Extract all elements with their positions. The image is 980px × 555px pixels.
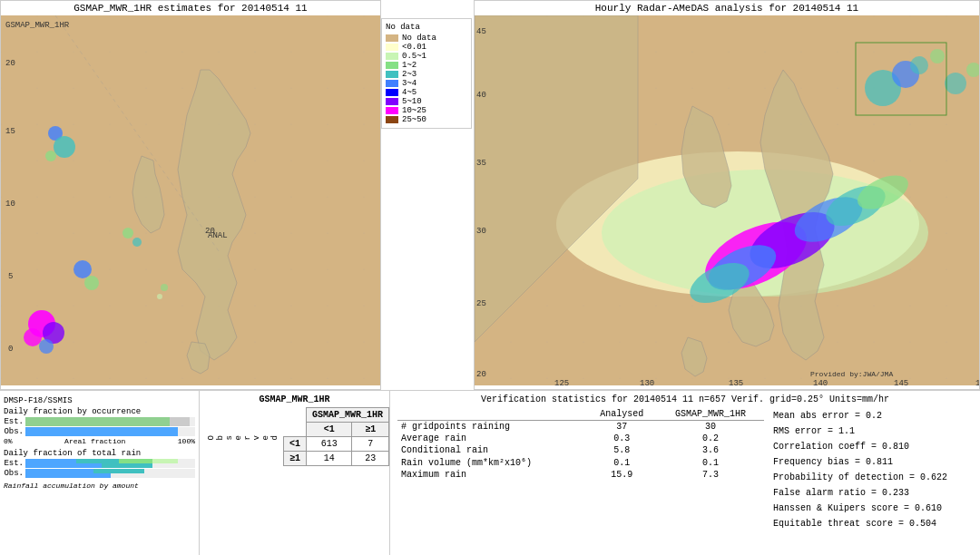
svg-text:Provided by:JWA/JMA: Provided by:JWA/JMA	[810, 370, 893, 378]
stats-val-avgrain-gsmap: 0.2	[657, 433, 764, 444]
hist-obs-label: Obs.	[4, 427, 24, 436]
svg-point-15	[122, 228, 133, 239]
cont-row-ge1: ≥1	[284, 452, 307, 466]
stats-row-gridpoints: # gridpoints raining 37 30	[397, 421, 764, 433]
cont-cell-10: 14	[307, 452, 352, 466]
cont-cell-00: 613	[307, 437, 352, 452]
cont-cell-11: 23	[352, 452, 389, 466]
stats-val-gridpoints-gsmap: 30	[657, 421, 764, 433]
stats-val-gridpoints-analysed: 37	[587, 421, 657, 433]
legend-panel: No data No data <0.01 0.5~1 1~2 2~3 3~4 …	[381, 18, 472, 129]
svg-text:20: 20	[5, 59, 15, 68]
svg-point-41	[910, 56, 928, 74]
hist2-est-bar	[25, 459, 195, 468]
svg-text:140: 140	[813, 379, 828, 385]
stats-val-maxrain-gsmap: 7.3	[657, 469, 764, 481]
stats-label-rainvol: Rain volume (mm*km²x10⁶)	[397, 456, 587, 469]
stats-label-gridpoints: # gridpoints raining	[397, 421, 587, 433]
stats-col-analysed: Analysed	[587, 408, 657, 421]
hist2-obs-label: Obs.	[4, 469, 24, 478]
stat-hanssen-kuipers: Hanssen & Kuipers score = 0.610	[773, 501, 973, 516]
svg-text:145: 145	[894, 379, 908, 385]
left-map-panel: GSMAP_MWR_1HR estimates for 20140514 11	[0, 0, 381, 390]
stats-val-maxrain-analysed: 15.9	[587, 469, 657, 481]
svg-text:15: 15	[975, 379, 979, 385]
hist2-est-label: Est.	[4, 459, 24, 468]
svg-point-18	[157, 294, 162, 299]
cont-table-wrapper: Observed GSMAP_MWR_1HR <1 ≥1 <1 613	[207, 407, 382, 466]
stats-val-avgrain-analysed: 0.3	[587, 433, 657, 444]
svg-text:15: 15	[5, 127, 15, 136]
hist-accumulation-label: Rainfall accumulation by amount	[4, 482, 195, 490]
cont-col-ge1: ≥1	[352, 423, 389, 437]
svg-point-8	[45, 151, 56, 161]
stats-val-condrain-analysed: 5.8	[587, 444, 657, 456]
legend-item-3-4: 3~4	[386, 79, 467, 88]
stats-table: Analysed GSMAP_MWR_1HR # gridpoints rain…	[397, 408, 764, 531]
hist2-obs-bar	[25, 469, 195, 478]
svg-text:45: 45	[476, 27, 486, 36]
stats-val-condrain-gsmap: 3.6	[657, 444, 764, 456]
stats-val-rainvol-analysed: 0.1	[587, 456, 657, 469]
bottom-center-panel: GSMAP_MWR_1HR Observed GSMAP_MWR_1HR <1 …	[200, 391, 390, 555]
svg-text:GSMAP_MWR_1HR: GSMAP_MWR_1HR	[5, 21, 70, 30]
stat-equitable-threat: Equitable threat score = 0.504	[773, 516, 973, 531]
stat-corr-coeff: Correlation coeff = 0.810	[773, 439, 973, 454]
hist-totalrain-title: Daily fraction of total rain	[4, 449, 195, 458]
legend-item-2-3: 2~3	[386, 70, 467, 79]
hist-total-rain: Daily fraction of total rain Est. Obs.	[4, 449, 195, 478]
svg-point-10	[84, 276, 99, 290]
stat-prob-detection: Probability of detection = 0.622	[773, 470, 973, 485]
left-map-svg: 20 15 10 5 0 20 ANAL GSMAP_MWR_1HR	[1, 15, 380, 385]
stats-label-maxrain: Maximum rain	[397, 469, 587, 481]
right-map-title: Hourly Radar-AMeDAS analysis for 2014051…	[475, 1, 979, 15]
cont-row-lt1: <1	[284, 437, 307, 452]
svg-text:35: 35	[476, 159, 486, 168]
svg-point-16	[132, 238, 142, 247]
svg-text:30: 30	[476, 227, 486, 236]
stats-row-avgrain: Average rain 0.3 0.2	[397, 433, 764, 444]
stats-row-rainvol: Rain volume (mm*km²x10⁶) 0.1 0.1	[397, 456, 764, 469]
right-map-canvas: 45 40 35 30 25 20 125 130 135 140 145 15…	[475, 15, 979, 385]
hist-est-bar	[25, 417, 195, 426]
hist-xaxis-start: 0%	[4, 437, 13, 445]
cont-cell-01: 7	[352, 437, 389, 452]
svg-point-14	[39, 339, 54, 354]
stats-section: Analysed GSMAP_MWR_1HR # gridpoints rain…	[397, 408, 973, 531]
hist-est-label: Est.	[4, 417, 24, 426]
hist-xaxis-mid: Areal fraction	[64, 437, 125, 445]
legend-title: No data	[386, 23, 467, 32]
stats-label-condrain: Conditional rain	[397, 444, 587, 456]
hist-obs-bar	[25, 427, 195, 436]
svg-text:10: 10	[5, 200, 15, 209]
svg-text:125: 125	[554, 379, 569, 385]
svg-point-13	[24, 328, 42, 346]
svg-text:0: 0	[8, 345, 13, 354]
legend-item-5-10: 5~10	[386, 97, 467, 106]
obs-label-text: Observed	[207, 433, 279, 440]
stats-label-avgrain: Average rain	[397, 433, 587, 444]
stat-rms-error: RMS error = 1.1	[773, 424, 973, 439]
svg-point-42	[930, 49, 945, 63]
contingency-table: GSMAP_MWR_1HR <1 ≥1 <1 613 7 ≥1 14	[283, 407, 389, 466]
stat-freq-bias: Frequency bias = 0.811	[773, 454, 973, 470]
svg-text:130: 130	[640, 379, 654, 385]
legend-item-10-25: 10~25	[386, 106, 467, 115]
satellite-label: DMSP-F18/SSMIS	[4, 394, 195, 407]
left-map-canvas: 20 15 10 5 0 20 ANAL GSMAP_MWR_1HR	[1, 15, 380, 385]
stats-right-panel: Mean abs error = 0.2 RMS error = 1.1 Cor…	[773, 408, 973, 531]
verif-title: Verification statistics for 20140514 11 …	[397, 394, 973, 404]
legend-item-001: <0.01	[386, 43, 467, 52]
hist-occurrence-title: Daily fraction by occurrence	[4, 407, 195, 416]
stats-row-condrain: Conditional rain 5.8 3.6	[397, 444, 764, 456]
top-section: GSMAP_MWR_1HR estimates for 20140514 11	[0, 0, 980, 390]
right-map-svg: 45 40 35 30 25 20 125 130 135 140 145 15…	[475, 15, 979, 385]
hist-xaxis-end: 100%	[178, 437, 195, 445]
stats-row-maxrain: Maximum rain 15.9 7.3	[397, 469, 764, 481]
svg-point-17	[161, 284, 168, 291]
legend-item-nodata: No data	[386, 34, 467, 43]
legend-item-25-50: 25~50	[386, 115, 467, 124]
svg-point-7	[54, 136, 75, 158]
svg-point-9	[74, 260, 92, 278]
obs-vertical-label: Observed	[207, 433, 279, 440]
